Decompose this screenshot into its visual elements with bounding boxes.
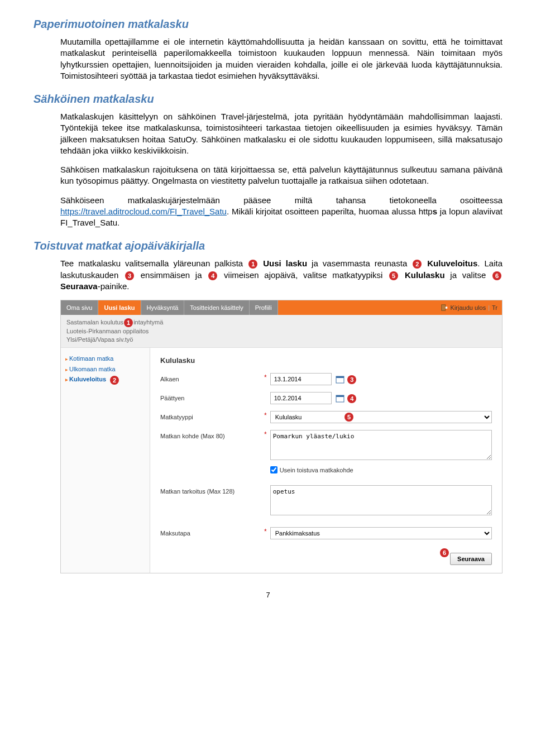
mock-callout-3: 3 bbox=[347, 375, 356, 384]
label-tarkoitus: Matkan tarkoitus (Max 128) bbox=[160, 488, 234, 495]
logout-icon bbox=[441, 304, 448, 312]
logout-link[interactable]: Kirjaudu ulos bbox=[451, 304, 486, 312]
textarea-tarkoitus[interactable]: opetus bbox=[270, 485, 492, 515]
heading-paperimuotoinen: Paperimuotoinen matkalasku bbox=[34, 17, 502, 32]
checkbox-toistuva[interactable] bbox=[270, 466, 277, 473]
select-matkatyyppi[interactable]: Kululasku bbox=[270, 411, 492, 423]
para-2: Matkalaskujen käsittelyyn on sähköinen T… bbox=[60, 111, 502, 156]
tab-profiili[interactable]: Profiili bbox=[250, 300, 278, 315]
callout-5: 5 bbox=[389, 271, 398, 280]
tr-label: Tr bbox=[492, 304, 497, 312]
tab-hyvaksynta[interactable]: Hyväksyntä bbox=[141, 300, 185, 315]
mock-form: Kululasku Alkaen * 3 Päättyen * bbox=[150, 348, 502, 573]
sidebar-item-kuluveloitus[interactable]: ▸Kuluveloitus 2 bbox=[65, 374, 145, 385]
svg-rect-0 bbox=[441, 305, 445, 311]
sidebar-item-ulkomaan[interactable]: ▸Ulkomaan matka bbox=[65, 364, 145, 375]
label-toistuva: Usein toistuva matkakohde bbox=[280, 466, 353, 475]
mock-topbar: Oma sivu Uusi lasku Hyväksyntä Tositteid… bbox=[61, 300, 502, 315]
input-paattyen[interactable] bbox=[270, 392, 332, 404]
tab-uusi-lasku[interactable]: Uusi lasku bbox=[98, 300, 141, 315]
label-alkaen: Alkaen bbox=[160, 376, 179, 382]
callout-2: 2 bbox=[413, 260, 422, 269]
screenshot-mock: Oma sivu Uusi lasku Hyväksyntä Tositteid… bbox=[60, 300, 502, 573]
svg-rect-3 bbox=[336, 376, 344, 378]
seuraava-button[interactable]: Seuraava bbox=[450, 553, 492, 565]
callout-6: 6 bbox=[492, 271, 501, 280]
label-matkatyyppi: Matkatyyppi bbox=[160, 414, 193, 420]
calendar-icon[interactable] bbox=[336, 375, 344, 384]
callout-1: 1 bbox=[248, 260, 257, 269]
mock-callout-6: 6 bbox=[440, 548, 449, 557]
mock-callout-2: 2 bbox=[110, 376, 119, 385]
input-alkaen[interactable] bbox=[270, 373, 332, 385]
label-kohde: Matkan kohde (Max 80) bbox=[160, 433, 225, 439]
heading-toistuvat: Toistuvat matkat ajopäiväkirjalla bbox=[34, 238, 502, 253]
svg-rect-1 bbox=[445, 307, 447, 309]
mock-callout-4: 4 bbox=[347, 394, 356, 403]
para-4: Sähköiseen matkalaskujärjestelmään pääse… bbox=[60, 195, 502, 229]
label-maksutapa: Maksutapa bbox=[160, 530, 190, 537]
page-number: 7 bbox=[34, 590, 502, 600]
callout-3: 3 bbox=[125, 271, 134, 280]
sidebar-item-kotimaan[interactable]: ▸Kotimaan matka bbox=[65, 353, 145, 364]
select-maksutapa[interactable]: Pankkimaksatus bbox=[270, 527, 492, 539]
para-3: Sähköisen matkalaskun rajoituksena on tä… bbox=[60, 164, 502, 187]
mock-subheader: Sastamalan koulutus1intayhtymä Luoteis-P… bbox=[61, 315, 502, 348]
svg-rect-5 bbox=[336, 395, 344, 397]
para-5: Tee matkalasku valitsemalla yläreunan pa… bbox=[60, 258, 502, 292]
heading-sahkoinen: Sähköinen matkalasku bbox=[34, 92, 502, 107]
mock-callout-1: 1 bbox=[124, 318, 133, 327]
textarea-kohde[interactable]: Pomarkun yläaste/lukio bbox=[270, 430, 492, 460]
form-title: Kululasku bbox=[160, 356, 492, 366]
sidebar: ▸Kotimaan matka ▸Ulkomaan matka ▸Kuluvel… bbox=[61, 348, 150, 573]
para-1: Muutamilla opettajillamme ei ole interne… bbox=[60, 36, 502, 82]
callout-4: 4 bbox=[208, 271, 217, 280]
calendar-icon[interactable] bbox=[336, 394, 344, 403]
label-paattyen: Päättyen bbox=[160, 395, 184, 401]
tab-oma-sivu[interactable]: Oma sivu bbox=[61, 300, 98, 315]
travel-url-link[interactable]: https://travel.aditrocloud.com/FI_Travel… bbox=[60, 207, 227, 216]
tab-tositteiden[interactable]: Tositteiden käsittely bbox=[184, 300, 249, 315]
